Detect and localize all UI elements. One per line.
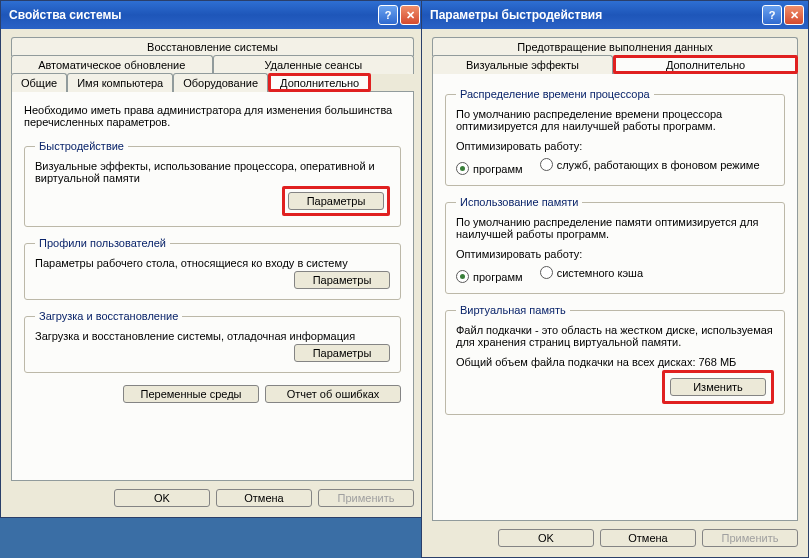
tab-remote-sessions[interactable]: Удаленные сеансы <box>213 55 415 74</box>
group-profiles-text: Параметры рабочего стола, относящиеся ко… <box>35 257 390 269</box>
group-profiles: Профили пользователей Параметры рабочего… <box>24 237 401 300</box>
close-icon[interactable]: ✕ <box>400 5 420 25</box>
group-performance-legend: Быстродействие <box>35 140 128 152</box>
group-cpu-text: По умолчанию распределение времени проце… <box>456 108 774 132</box>
startup-params-button[interactable]: Параметры <box>294 344 390 362</box>
win2-title: Параметры быстродействия <box>430 8 760 22</box>
tab-dep[interactable]: Предотвращение выполнения данных <box>432 37 798 56</box>
tab-advanced[interactable]: Дополнительно <box>268 73 371 92</box>
apply-button[interactable]: Применить <box>318 489 414 507</box>
group-vm: Виртуальная память Файл подкачки - это о… <box>445 304 785 415</box>
tab-visual-effects[interactable]: Визуальные эффекты <box>432 55 613 74</box>
group-memory-legend: Использование памяти <box>456 196 582 208</box>
close-icon[interactable]: ✕ <box>784 5 804 25</box>
radio-cpu-programs-label: программ <box>473 163 523 175</box>
radio-mem-programs[interactable]: программ <box>456 270 523 283</box>
group-profiles-legend: Профили пользователей <box>35 237 170 249</box>
error-report-button[interactable]: Отчет об ошибках <box>265 385 401 403</box>
group-vm-text: Файл подкачки - это область на жестком д… <box>456 324 774 348</box>
cancel-button[interactable]: Отмена <box>216 489 312 507</box>
radio-mem-cache[interactable]: системного кэша <box>540 266 643 279</box>
group-memory: Использование памяти По умолчанию распре… <box>445 196 785 294</box>
performance-params-button[interactable]: Параметры <box>288 192 384 210</box>
win2-titlebar: Параметры быстродействия ? ✕ <box>422 1 808 29</box>
group-startup: Загрузка и восстановление Загрузка и вос… <box>24 310 401 373</box>
radio-cpu-programs[interactable]: программ <box>456 162 523 175</box>
group-cpu-legend: Распределение времени процессора <box>456 88 654 100</box>
radio-cpu-services[interactable]: служб, работающих в фоновом режиме <box>540 158 760 171</box>
group-cpu-label: Оптимизировать работу: <box>456 140 774 152</box>
intro-text: Необходимо иметь права администратора дл… <box>24 104 401 128</box>
tab-general[interactable]: Общие <box>11 73 67 92</box>
help-icon[interactable]: ? <box>378 5 398 25</box>
help-icon[interactable]: ? <box>762 5 782 25</box>
group-performance: Быстродействие Визуальные эффекты, испол… <box>24 140 401 227</box>
win1-title: Свойства системы <box>9 8 376 22</box>
group-startup-legend: Загрузка и восстановление <box>35 310 182 322</box>
radio-mem-programs-label: программ <box>473 271 523 283</box>
tab-auto-update[interactable]: Автоматическое обновление <box>11 55 213 74</box>
win1-titlebar: Свойства системы ? ✕ <box>1 1 424 29</box>
tab-advanced2[interactable]: Дополнительно <box>613 55 798 74</box>
group-vm-total: Общий объем файла подкачки на всех диска… <box>456 356 774 368</box>
ok-button-2[interactable]: OK <box>498 529 594 547</box>
group-cpu: Распределение времени процессора По умол… <box>445 88 785 186</box>
group-performance-text: Визуальные эффекты, использование процес… <box>35 160 390 184</box>
profiles-params-button[interactable]: Параметры <box>294 271 390 289</box>
group-vm-legend: Виртуальная память <box>456 304 570 316</box>
apply-button-2[interactable]: Применить <box>702 529 798 547</box>
system-properties-window: Свойства системы ? ✕ Восстановление сист… <box>0 0 425 518</box>
group-memory-label: Оптимизировать работу: <box>456 248 774 260</box>
performance-options-window: Параметры быстродействия ? ✕ Предотвраще… <box>421 0 809 558</box>
group-startup-text: Загрузка и восстановление системы, отлад… <box>35 330 390 342</box>
radio-cpu-services-label: служб, работающих в фоновом режиме <box>557 159 760 171</box>
tab-computer-name[interactable]: Имя компьютера <box>67 73 173 92</box>
vm-change-button[interactable]: Изменить <box>670 378 766 396</box>
env-vars-button[interactable]: Переменные среды <box>123 385 259 403</box>
ok-button[interactable]: OK <box>114 489 210 507</box>
group-memory-text: По умолчанию распределение памяти оптими… <box>456 216 774 240</box>
tab-system-restore[interactable]: Восстановление системы <box>11 37 414 56</box>
cancel-button-2[interactable]: Отмена <box>600 529 696 547</box>
tab-hardware[interactable]: Оборудование <box>173 73 268 92</box>
radio-mem-cache-label: системного кэша <box>557 267 643 279</box>
